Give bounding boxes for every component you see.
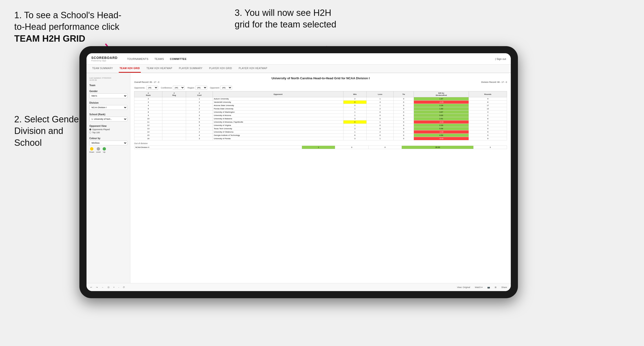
sidebar-gender-section: Gender Men's	[89, 90, 127, 98]
out-div-loss: 0	[335, 146, 368, 149]
filter-opponent: Opponent (All)	[210, 86, 232, 90]
filter-conference: Conference (All)	[161, 86, 185, 90]
gender-select[interactable]: Men's	[89, 93, 127, 98]
legend-level: Level	[96, 147, 100, 153]
opponent-filter-select[interactable]: (All)	[220, 86, 232, 90]
subnav-player-h2h-grid[interactable]: PLAYER H2H GRID	[208, 65, 233, 73]
sidebar-team-section: Team	[89, 84, 127, 87]
division-record: Division Record: 88 - 17 - 0	[481, 81, 507, 83]
tablet-screen: SCOREBOARD Powered by clippi TOURNAMENTS…	[86, 53, 511, 291]
camera-btn[interactable]: 📷	[486, 286, 491, 289]
h2h-table: #Rank #Reg #Conf Opponent Win Loss Tie D…	[134, 91, 507, 140]
nav-tournaments[interactable]: TOURNAMENTS	[127, 57, 148, 61]
table-row: 21Auburn University2101.679	[134, 97, 507, 101]
table-header-row: #Rank #Reg #Conf Opponent Win Loss Tie D…	[134, 91, 507, 97]
table-row: 131Texas Tech University3005.569	[134, 127, 507, 130]
logo: SCOREBOARD Powered by clippi	[91, 56, 118, 62]
share-btn[interactable]: Share	[500, 286, 508, 289]
table-row: 105University of Alabama3002.618	[134, 117, 507, 121]
legend-down-circle	[90, 147, 94, 151]
zoom-in-btn[interactable]: +	[112, 286, 116, 289]
colour-legend: Down Level Up	[89, 147, 127, 153]
sidebar: Last Updated: 27/03/2024 16:55:38 Team G…	[86, 73, 130, 283]
logo-text: SCOREBOARD	[91, 56, 118, 60]
school-select[interactable]: 1. University of Nort...	[89, 117, 127, 121]
subnav-player-h2h-heatmap[interactable]: PLAYER H2H HEATMAP	[238, 65, 268, 73]
out-of-division-table: NCAA Division II 1 0 0 26.00 3	[134, 146, 507, 149]
out-division-row: NCAA Division II 1 0 0 26.00 3	[134, 146, 507, 149]
radio-group: Opponents Played Top 100	[89, 128, 127, 134]
colour-by-select[interactable]: Win/loss	[89, 141, 127, 145]
radio-opponents-played[interactable]: Opponents Played	[89, 128, 127, 131]
filter-row: Opponents: (All) Conference (All) Region	[134, 86, 507, 90]
crop-btn[interactable]: ⊡	[107, 286, 110, 289]
radio-top100[interactable]: Top 100	[89, 131, 127, 134]
colour-by-label: Colour by	[89, 137, 127, 140]
out-div-diff: 26.00	[402, 146, 474, 149]
table-row: 32Vanderbilt University040-2.298	[134, 101, 507, 104]
table-row: 62Florida State University1201.8312	[134, 107, 507, 111]
table-row: 123University of Virginia1002.333	[134, 124, 507, 127]
legend-up-circle	[103, 147, 106, 151]
col-conf: #Conf	[186, 91, 213, 97]
data-area: University of North Carolina Head-to-Hea…	[130, 73, 511, 283]
out-div-name: NCAA Division II	[134, 146, 302, 149]
opponents-filter-select[interactable]: (All)	[146, 86, 158, 90]
subnav-team-h2h-heatmap[interactable]: TEAM H2H HEATMAP	[146, 65, 173, 73]
undo-btn[interactable]: ↩	[89, 286, 93, 289]
table-row: 82University of Washington1003.673	[134, 111, 507, 114]
zoom-minus-btn[interactable]: -	[117, 286, 120, 289]
view-original-btn[interactable]: View: Original	[456, 286, 471, 289]
col-rounds: Rounds	[469, 91, 507, 97]
nav-teams[interactable]: TEAMS	[154, 57, 164, 61]
col-tie: Tie	[394, 91, 414, 97]
back-btn[interactable]: ←	[101, 286, 105, 289]
sidebar-colour-section: Colour by Win/loss Down Level	[89, 137, 127, 153]
subnav-team-h2h-grid[interactable]: TEAM H2H GRID	[119, 65, 141, 73]
filter-opponents: Opponents: (All)	[134, 86, 158, 90]
legend-down: Down	[89, 147, 94, 153]
col-diff: Diff AvStrokes/Rnd	[414, 91, 468, 97]
division-select[interactable]: NCAA Division I	[89, 105, 127, 110]
radio-dot-2	[89, 132, 91, 134]
annotation-step3: 3. You will now see H2H grid for the tea…	[235, 7, 372, 30]
radio-dot-1	[89, 129, 91, 130]
data-records: Overall Record: 89 - 17 - 0 Division Rec…	[134, 81, 507, 83]
toolbar-view: View: Original Watch ▾ 📷 ⊞ Share	[456, 286, 508, 289]
out-div-win: 1	[302, 146, 335, 149]
main-content: Last Updated: 27/03/2024 16:55:38 Team G…	[86, 73, 511, 283]
sidebar-opponent-view-section: Opponent View Opponents Played Top 100	[89, 125, 127, 134]
out-of-division-label: Out of division	[134, 142, 507, 145]
overall-record: Overall Record: 89 - 17 - 0	[134, 81, 159, 83]
legend-level-circle	[97, 147, 100, 151]
nav-committee[interactable]: COMMITTEE	[170, 57, 187, 61]
table-row: 163University of Florida310-6.429	[134, 137, 507, 140]
table-row: 142University of Oklahoma120-1.009	[134, 130, 507, 134]
table-row: 93University of Arizona1009.002	[134, 114, 507, 117]
out-div-rounds: 3	[474, 146, 507, 149]
sidebar-division-section: Division NCAA Division I	[89, 102, 127, 110]
conference-filter-select[interactable]: (All)	[173, 86, 185, 90]
nav-bar: SCOREBOARD Powered by clippi TOURNAMENTS…	[86, 53, 511, 65]
subnav-player-summary[interactable]: PLAYER SUMMARY	[178, 65, 203, 73]
out-div-tie: 0	[368, 146, 402, 149]
col-loss: Loss	[366, 91, 394, 97]
col-opponent: Opponent	[212, 91, 343, 97]
subnav-team-summary[interactable]: TEAM SUMMARY	[91, 65, 114, 73]
annotation-step1: 1. To see a School's Head- to-Head perfo…	[14, 9, 138, 44]
region-filter-select[interactable]: (All)	[195, 86, 207, 90]
col-reg: #Reg	[162, 91, 186, 97]
legend-up: Up	[103, 147, 106, 153]
clock-btn[interactable]: ⏱	[122, 286, 126, 289]
sign-out[interactable]: | Sign out	[495, 57, 506, 60]
watch-btn[interactable]: Watch ▾	[474, 286, 484, 289]
col-win: Win	[343, 91, 366, 97]
grid-btn[interactable]: ⊞	[494, 286, 498, 289]
last-updated: Last Updated: 27/03/2024 16:55:38	[89, 77, 127, 81]
data-title: University of North Carolina Head-to-Hea…	[134, 76, 507, 80]
redo-btn[interactable]: ↪	[95, 286, 99, 289]
school-label: School (Rank)	[89, 113, 127, 116]
table-row: 116University of Arkansas, Fayetteville0…	[134, 121, 507, 124]
team-label: Team	[89, 84, 127, 87]
table-row: 154Georgia Institute of Technology6004.5…	[134, 134, 507, 137]
